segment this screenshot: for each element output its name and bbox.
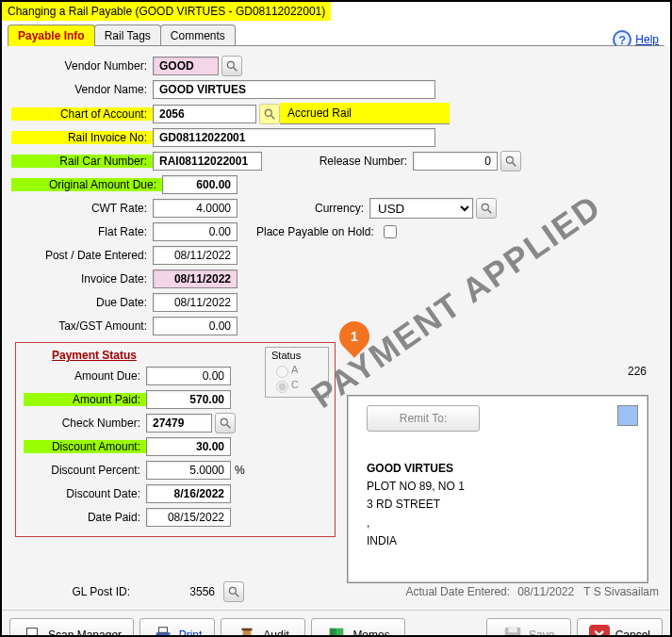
remit-line2: 3 RD STREET	[367, 496, 629, 514]
actual-date-value: 08/11/2022	[517, 585, 574, 598]
original-amount-due-field[interactable]: 600.00	[162, 175, 238, 194]
stamp-icon	[617, 405, 638, 426]
save-button[interactable]: Save	[486, 618, 571, 637]
remit-name: GOOD VIRTUES	[367, 460, 629, 478]
label-date-paid: Date Paid:	[24, 511, 146, 524]
rail-invoice-no-field[interactable]: GD08112022001	[153, 128, 435, 147]
status-option-a: A	[271, 363, 322, 378]
svg-point-6	[482, 204, 488, 210]
discount-percent-field[interactable]: 5.0000	[146, 461, 231, 480]
svg-rect-13	[27, 629, 38, 637]
lookup-currency-button[interactable]	[476, 198, 497, 219]
actual-user-value: T S Sivasailam	[583, 585, 659, 598]
lookup-check-button[interactable]	[215, 413, 236, 433]
vendor-number-field[interactable]: GOOD	[153, 57, 219, 75]
label-discount-amount: Discount Amount:	[24, 440, 146, 453]
window-title: Changing a Rail Payable (GOOD VIRTUES - …	[2, 2, 331, 21]
svg-point-8	[221, 418, 227, 425]
label-amount-paid: Amount Paid:	[24, 393, 146, 406]
svg-line-11	[236, 594, 239, 597]
label-due-date: Due Date:	[11, 296, 153, 309]
status-radio-c[interactable]	[276, 381, 288, 393]
status-option-c: C	[271, 378, 322, 393]
magnifier-icon	[227, 585, 240, 598]
remit-panel: Remit To: GOOD VIRTUES PLOT NO 89, NO 1 …	[347, 395, 648, 583]
svg-point-0	[227, 61, 234, 68]
percent-suffix: %	[235, 464, 245, 477]
svg-rect-22	[508, 628, 516, 633]
magnifier-icon	[263, 107, 276, 121]
svg-line-9	[227, 425, 231, 429]
tab-rail-tags[interactable]: Rail Tags	[94, 24, 161, 46]
remit-line3: ,	[367, 514, 629, 532]
label-tax-gst-amount: Tax/GST Amount:	[11, 319, 153, 333]
invoice-date-field[interactable]: 08/11/2022	[153, 270, 238, 288]
vendor-name-field: GOOD VIRTUES	[153, 80, 435, 99]
rail-car-number-field[interactable]: RAI08112022001	[153, 152, 262, 171]
chart-of-account-field[interactable]: 2056	[153, 105, 256, 123]
floppy-icon	[502, 625, 523, 637]
label-chart-of-account: Chart of Account:	[11, 107, 153, 121]
tab-payable-info[interactable]: Payable Info	[8, 24, 95, 46]
audit-button[interactable]: Audit	[221, 618, 305, 637]
printer-icon	[153, 625, 173, 637]
label-vendor-number: Vendor Number:	[11, 59, 153, 73]
scan-manager-button[interactable]: Scan Manager	[9, 618, 134, 637]
label-vendor-name: Vendor Name:	[11, 83, 153, 96]
hold-checkbox[interactable]	[384, 225, 397, 238]
lookup-vendor-button[interactable]	[221, 56, 242, 76]
label-discount-date: Discount Date:	[24, 487, 146, 500]
remit-line1: PLOT NO 89, NO 1	[367, 478, 629, 496]
side-number: 226	[628, 365, 647, 378]
label-actual-date-entered: Actual Date Entered:	[405, 585, 510, 598]
currency-select[interactable]: USD	[369, 198, 473, 219]
tab-comments[interactable]: Comments	[160, 24, 236, 46]
status-radio-a[interactable]	[276, 366, 288, 378]
lookup-account-button[interactable]	[259, 104, 280, 124]
post-date-field[interactable]: 08/11/2022	[153, 246, 238, 265]
remit-to-button[interactable]: Remit To:	[367, 405, 480, 432]
due-date-field[interactable]: 08/11/2022	[153, 293, 238, 312]
label-discount-percent: Discount Percent:	[24, 464, 146, 477]
label-flat-rate: Flat Rate:	[11, 225, 153, 238]
flat-rate-field[interactable]: 0.00	[153, 222, 238, 241]
svg-rect-15	[158, 628, 167, 633]
discount-amount-field[interactable]: 30.00	[146, 437, 231, 456]
svg-point-10	[229, 587, 236, 594]
detective-icon	[237, 625, 257, 637]
remit-line4: INDIA	[367, 532, 629, 550]
label-original-amount-due: Original Amount Due:	[11, 178, 162, 191]
status-title: Status	[271, 350, 322, 361]
memos-button[interactable]: Memos	[311, 618, 405, 637]
release-number-field[interactable]: 0	[413, 152, 498, 171]
label-cwt-rate: CWT Rate:	[11, 202, 153, 215]
cwt-rate-field[interactable]: 4.0000	[153, 199, 238, 218]
label-gl-post-id: GL Post ID:	[13, 585, 136, 598]
svg-line-7	[488, 210, 492, 214]
lookup-glpost-button[interactable]	[223, 581, 244, 602]
check-number-field[interactable]: 27479	[146, 414, 212, 433]
svg-line-5	[513, 163, 516, 167]
magnifier-icon	[225, 59, 238, 73]
annotation-marker: 1	[339, 321, 369, 351]
amount-paid-field: 570.00	[146, 390, 231, 409]
magnifier-icon	[480, 202, 493, 215]
svg-point-2	[265, 109, 271, 116]
label-currency: Currency:	[285, 202, 369, 215]
close-icon: ✕	[589, 625, 610, 637]
tax-gst-field[interactable]: 0.00	[153, 317, 238, 335]
print-button[interactable]: Print	[139, 618, 215, 637]
chart-of-account-desc: Accrued Rail	[280, 103, 450, 124]
svg-line-3	[271, 115, 275, 119]
date-paid-field: 08/15/2022	[146, 508, 231, 527]
label-rail-invoice-no: Rail Invoice No:	[11, 131, 153, 144]
lookup-release-button[interactable]	[500, 151, 521, 172]
gl-post-id-value: 3556	[136, 585, 221, 598]
discount-date-field[interactable]: 8/16/2022	[146, 484, 231, 503]
amount-due-field: 0.00	[146, 367, 231, 385]
magnifier-icon	[219, 416, 232, 430]
svg-line-1	[234, 68, 238, 72]
scanner-icon	[22, 625, 42, 637]
svg-point-4	[506, 156, 513, 163]
cancel-button[interactable]: ✕ Cancel	[577, 618, 663, 637]
